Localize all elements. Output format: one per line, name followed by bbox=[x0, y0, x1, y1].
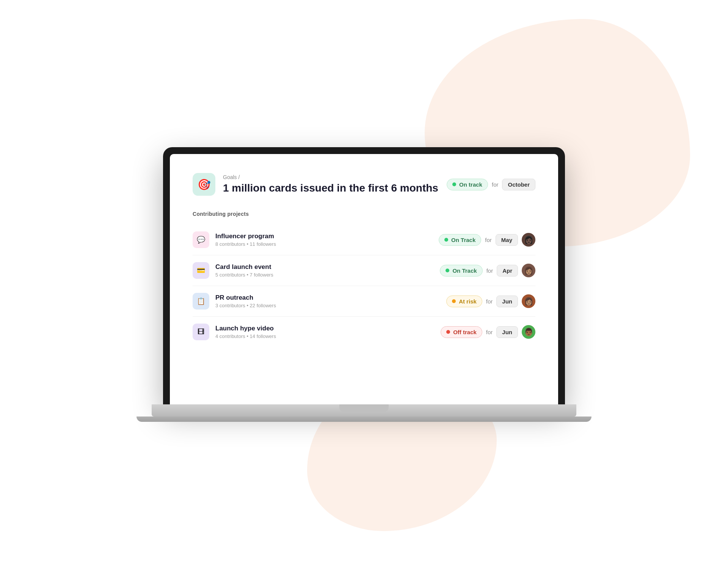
meta-separator: • bbox=[246, 333, 249, 339]
project-info: Influencer program 8 contributors • 11 f… bbox=[215, 233, 276, 247]
project-left: 💬 Influencer program 8 contributors • 11… bbox=[193, 231, 276, 248]
table-row: 📋 PR outreach 3 contributors • 22 follow… bbox=[193, 286, 535, 317]
project-month: Apr bbox=[497, 265, 518, 277]
project-icon: 📋 bbox=[193, 293, 209, 310]
project-info: Card launch event 5 contributors • 7 fol… bbox=[215, 263, 273, 278]
project-right: On Track for Apr 👩🏽 bbox=[440, 264, 535, 277]
project-name[interactable]: PR outreach bbox=[215, 294, 276, 302]
laptop-wrapper: 🎯 Goals / 1 million cards issued in the … bbox=[136, 147, 592, 422]
project-status-label: On Track bbox=[452, 267, 477, 274]
followers-count: 7 followers bbox=[250, 272, 273, 278]
avatar: 👩🏽 bbox=[522, 264, 535, 277]
project-status-badge: At risk bbox=[446, 296, 482, 307]
goal-status-label: On track bbox=[459, 181, 482, 188]
status-dot bbox=[446, 269, 449, 272]
project-status-badge: On Track bbox=[439, 234, 481, 246]
project-name[interactable]: Launch hype video bbox=[215, 325, 276, 332]
project-status-label: At risk bbox=[459, 298, 477, 305]
project-month: Jun bbox=[496, 296, 518, 307]
project-list: 💬 Influencer program 8 contributors • 11… bbox=[193, 225, 535, 347]
project-meta: 3 contributors • 22 followers bbox=[215, 303, 276, 308]
laptop-foot bbox=[136, 417, 592, 422]
project-name[interactable]: Card launch event bbox=[215, 263, 273, 271]
project-icon: 🎞 bbox=[193, 324, 209, 340]
contributors-count: 5 contributors bbox=[215, 272, 245, 278]
laptop-screen-frame: 🎯 Goals / 1 million cards issued in the … bbox=[163, 147, 565, 404]
goal-header: 🎯 Goals / 1 million cards issued in the … bbox=[193, 173, 535, 196]
project-icon: 💬 bbox=[193, 231, 209, 248]
project-status-label: Off track bbox=[453, 329, 477, 335]
goal-month-badge: October bbox=[502, 179, 535, 190]
project-name[interactable]: Influencer program bbox=[215, 233, 276, 240]
laptop-base bbox=[152, 404, 576, 417]
project-right: Off track for Jun 👨🏾 bbox=[441, 325, 535, 339]
project-icon: 💳 bbox=[193, 262, 209, 279]
project-right: At risk for Jun 👩🏽 bbox=[446, 294, 535, 308]
table-row: 🎞 Launch hype video 4 contributors • 14 … bbox=[193, 317, 535, 347]
meta-separator: • bbox=[246, 272, 249, 278]
project-status-label: On Track bbox=[451, 237, 475, 243]
project-meta: 8 contributors • 11 followers bbox=[215, 241, 276, 247]
status-dot bbox=[446, 330, 450, 334]
breadcrumb[interactable]: Goals / bbox=[223, 174, 438, 180]
avatar: 👩🏽 bbox=[522, 294, 535, 308]
project-for-label: for bbox=[486, 329, 493, 335]
project-status-badge: On Track bbox=[440, 265, 482, 277]
goal-left: 🎯 Goals / 1 million cards issued in the … bbox=[193, 173, 438, 196]
project-status-badge: Off track bbox=[441, 326, 482, 338]
project-info: Launch hype video 4 contributors • 14 fo… bbox=[215, 325, 276, 339]
goal-title-area: Goals / 1 million cards issued in the fi… bbox=[223, 174, 438, 195]
avatar: 👨🏾 bbox=[522, 325, 535, 339]
table-row: 💬 Influencer program 8 contributors • 11… bbox=[193, 225, 535, 255]
project-left: 📋 PR outreach 3 contributors • 22 follow… bbox=[193, 293, 276, 310]
followers-count: 11 followers bbox=[250, 241, 276, 247]
project-for-label: for bbox=[486, 298, 493, 305]
status-dot bbox=[444, 238, 448, 242]
goal-title: 1 million cards issued in the first 6 mo… bbox=[223, 182, 438, 195]
laptop-screen: 🎯 Goals / 1 million cards issued in the … bbox=[170, 154, 558, 404]
avatar: 👩🏿 bbox=[522, 233, 535, 247]
project-month: May bbox=[496, 234, 518, 246]
contributing-projects-title: Contributing projects bbox=[193, 211, 535, 217]
goal-for-label: for bbox=[492, 181, 499, 188]
project-left: 💳 Card launch event 5 contributors • 7 f… bbox=[193, 262, 273, 279]
project-meta: 4 contributors • 14 followers bbox=[215, 333, 276, 339]
project-meta: 5 contributors • 7 followers bbox=[215, 272, 273, 278]
meta-separator: • bbox=[246, 241, 249, 247]
status-dot-green bbox=[452, 182, 456, 186]
followers-count: 14 followers bbox=[250, 333, 276, 339]
followers-count: 22 followers bbox=[250, 303, 276, 308]
contributors-count: 3 contributors bbox=[215, 303, 245, 308]
project-right: On Track for May 👩🏿 bbox=[439, 233, 535, 247]
goal-status-badge: On track bbox=[447, 179, 488, 190]
project-month: Jun bbox=[496, 326, 518, 338]
project-left: 🎞 Launch hype video 4 contributors • 14 … bbox=[193, 324, 276, 340]
status-dot bbox=[452, 299, 456, 303]
project-for-label: for bbox=[486, 267, 493, 274]
contributors-count: 4 contributors bbox=[215, 333, 245, 339]
laptop-notch bbox=[339, 404, 389, 412]
meta-separator: • bbox=[246, 303, 249, 308]
goal-status-area: On track for October bbox=[447, 179, 535, 190]
project-info: PR outreach 3 contributors • 22 follower… bbox=[215, 294, 276, 308]
project-for-label: for bbox=[485, 237, 492, 243]
contributors-count: 8 contributors bbox=[215, 241, 245, 247]
goal-icon: 🎯 bbox=[193, 173, 215, 196]
table-row: 💳 Card launch event 5 contributors • 7 f… bbox=[193, 255, 535, 286]
